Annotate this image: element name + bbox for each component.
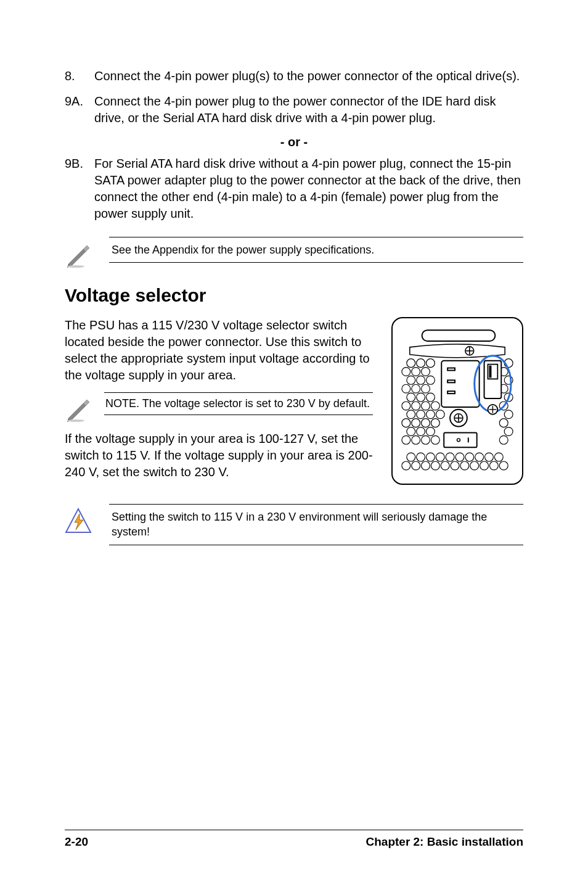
svg-point-8 [427, 359, 435, 368]
svg-point-19 [417, 393, 425, 402]
svg-point-49 [494, 453, 503, 461]
svg-point-59 [489, 461, 498, 470]
svg-point-47 [475, 453, 484, 461]
svg-point-57 [470, 461, 479, 470]
svg-point-28 [436, 410, 444, 419]
vs-paragraph-1: The PSU has a 115 V/230 V voltage select… [65, 317, 373, 384]
page-number: 2-20 [65, 835, 88, 849]
psu-rear-panel-illustration [391, 317, 523, 485]
step-number: 8. [65, 68, 94, 85]
svg-point-38 [422, 435, 430, 444]
svg-point-29 [402, 419, 410, 427]
chapter-label: Chapter 2: Basic installation [365, 835, 523, 849]
step-text: Connect the 4-pin power plug to the powe… [94, 93, 523, 126]
pencil-icon [65, 395, 92, 422]
vs-paragraph-2: If the voltage supply in your area is 10… [65, 431, 373, 481]
svg-point-42 [427, 453, 435, 461]
lightning-warning-icon [65, 508, 92, 535]
svg-point-14 [427, 376, 435, 384]
svg-point-53 [431, 461, 439, 470]
svg-point-7 [417, 359, 425, 368]
step-number: 9A. [65, 93, 94, 126]
step-8: 8. Connect the 4-pin power plug(s) to th… [65, 68, 523, 85]
page-footer: 2-20 Chapter 2: Basic installation [65, 830, 523, 849]
svg-point-70 [499, 435, 508, 444]
svg-point-22 [412, 402, 420, 410]
svg-point-25 [407, 410, 415, 419]
svg-point-69 [504, 427, 513, 436]
svg-point-32 [431, 419, 439, 427]
svg-point-34 [417, 427, 425, 436]
svg-point-13 [417, 376, 425, 384]
svg-point-24 [431, 402, 439, 410]
or-separator: - or - [65, 135, 523, 149]
step-9b: 9B. For Serial ATA hard disk drive witho… [65, 155, 523, 222]
svg-point-41 [417, 453, 425, 461]
svg-point-45 [455, 453, 464, 461]
svg-point-26 [417, 410, 425, 419]
svg-point-39 [431, 435, 439, 444]
svg-point-18 [407, 393, 415, 402]
svg-point-6 [407, 359, 415, 368]
svg-point-43 [436, 453, 444, 461]
svg-point-52 [422, 461, 430, 470]
svg-point-60 [499, 461, 508, 470]
svg-point-9 [402, 368, 410, 376]
svg-point-37 [412, 435, 420, 444]
svg-point-17 [422, 384, 430, 393]
note-appendix-text: See the Appendix for the power supply sp… [109, 237, 523, 263]
svg-point-27 [427, 410, 435, 419]
svg-point-46 [465, 453, 474, 461]
pencil-icon [65, 241, 92, 268]
svg-point-21 [402, 402, 410, 410]
svg-point-50 [402, 461, 410, 470]
svg-point-16 [412, 384, 420, 393]
vs-default-note-text: NOTE. The voltage selector is set to 230… [104, 392, 373, 415]
step-number: 9B. [65, 155, 94, 222]
svg-point-54 [441, 461, 449, 470]
vs-default-note-callout: NOTE. The voltage selector is set to 230… [65, 392, 373, 422]
svg-point-1 [67, 419, 84, 422]
svg-point-31 [422, 419, 430, 427]
svg-point-40 [407, 453, 415, 461]
step-text: Connect the 4-pin power plug(s) to the p… [94, 68, 523, 85]
svg-point-33 [407, 427, 415, 436]
svg-point-15 [402, 384, 410, 393]
svg-point-35 [427, 427, 435, 436]
svg-rect-82 [484, 361, 502, 398]
svg-point-20 [427, 393, 435, 402]
svg-point-51 [412, 461, 420, 470]
warning-callout: Setting the switch to 115 V in a 230 V e… [65, 504, 523, 545]
note-appendix-callout: See the Appendix for the power supply sp… [65, 237, 523, 268]
warning-text: Setting the switch to 115 V in a 230 V e… [109, 504, 523, 545]
svg-rect-2 [422, 330, 496, 341]
svg-point-12 [407, 376, 415, 384]
svg-point-56 [460, 461, 469, 470]
svg-point-11 [422, 368, 430, 376]
svg-point-67 [504, 410, 513, 419]
psu-drawing [398, 324, 517, 477]
voltage-selector-heading: Voltage selector [65, 285, 523, 306]
svg-point-36 [402, 435, 410, 444]
svg-point-23 [422, 402, 430, 410]
svg-point-55 [451, 461, 459, 470]
svg-point-44 [446, 453, 454, 461]
voltage-selector-text-column: The PSU has a 115 V/230 V voltage select… [65, 317, 373, 489]
voltage-selector-section: The PSU has a 115 V/230 V voltage select… [65, 317, 523, 489]
step-9a: 9A. Connect the 4-pin power plug to the … [65, 93, 523, 126]
svg-point-0 [67, 265, 84, 268]
svg-point-30 [412, 419, 420, 427]
svg-point-68 [499, 419, 508, 427]
step-text: For Serial ATA hard disk drive without a… [94, 155, 523, 222]
svg-point-58 [480, 461, 489, 470]
svg-rect-84 [489, 366, 491, 378]
svg-point-48 [485, 453, 494, 461]
svg-point-10 [412, 368, 420, 376]
